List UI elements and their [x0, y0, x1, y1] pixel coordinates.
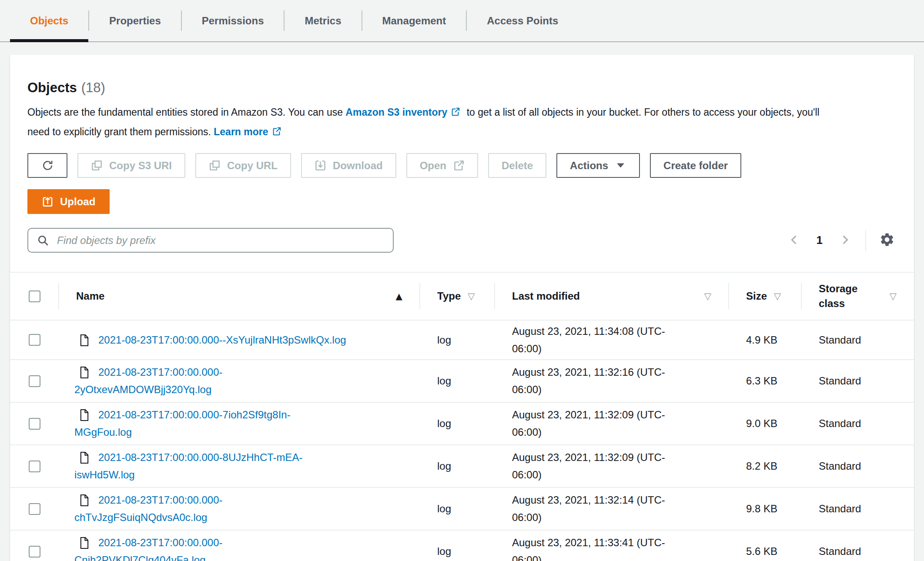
row-select-cell — [10, 360, 59, 402]
button-label: Actions — [570, 160, 608, 172]
panel-description: Objects are the fundamental entities sto… — [27, 103, 897, 142]
objects-table: Name ▲ Type ▽ Last modified ▽ Size ▽ Sto… — [10, 272, 914, 561]
row-checkbox[interactable] — [29, 375, 40, 387]
pager-divider — [865, 230, 866, 251]
row-size-cell: 9.0 KB — [729, 403, 801, 444]
row-checkbox[interactable] — [29, 334, 40, 346]
row-select-cell — [10, 321, 59, 359]
object-count: (18) — [81, 80, 105, 96]
copy-icon — [91, 160, 103, 171]
upload-label: Upload — [60, 196, 95, 208]
copy-s3-uri-button[interactable]: Copy S3 URI — [77, 153, 185, 178]
tab-label: Management — [382, 15, 446, 27]
inventory-link[interactable]: Amazon S3 inventory — [345, 107, 447, 118]
object-link[interactable]: 2021-08-23T17:00:00.000-8UJzHhCT-mEA- is… — [74, 449, 303, 484]
file-icon — [79, 494, 89, 507]
row-type-cell: log — [420, 488, 495, 530]
file-icon — [79, 451, 89, 464]
open-button[interactable]: Open — [406, 153, 478, 178]
row-storage-cell: Standard — [801, 403, 914, 444]
row-name-cell: 2021-08-23T17:00:00.000--XsYujlraNHt3pSw… — [59, 321, 420, 359]
row-checkbox[interactable] — [29, 546, 40, 558]
page-title: Objects — [27, 80, 77, 96]
header-size[interactable]: Size ▽ — [729, 273, 801, 320]
tab-permissions[interactable]: Permissions — [182, 0, 284, 41]
file-icon — [79, 334, 89, 347]
preferences-button[interactable] — [877, 231, 897, 250]
table-row: 2021-08-23T17:00:00.000--XsYujlraNHt3pSw… — [10, 320, 914, 359]
file-icon — [79, 366, 89, 379]
header-type[interactable]: Type ▽ — [420, 273, 495, 320]
header-last-modified[interactable]: Last modified ▽ — [495, 273, 729, 320]
button-label: Delete — [502, 160, 533, 172]
next-page-button[interactable] — [836, 231, 854, 250]
file-icon — [79, 537, 89, 549]
tab-metrics[interactable]: Metrics — [285, 0, 361, 41]
row-select-cell — [10, 403, 59, 444]
object-link[interactable]: 2021-08-23T17:00:00.000-7ioh2Sf9tg8In- M… — [74, 406, 291, 441]
object-link[interactable]: 2021-08-23T17:00:00.000- 2yOtxevAMDOWBjj… — [74, 364, 223, 398]
tab-label: Properties — [109, 15, 161, 27]
row-modified-cell: August 23, 2021, 11:32:14 (UTC- 06:00) — [495, 488, 729, 530]
external-link-icon — [451, 104, 460, 113]
objects-panel: Objects (18) Objects are the fundamental… — [10, 55, 914, 561]
tab-bar: ObjectsPropertiesPermissionsMetricsManag… — [0, 0, 924, 42]
refresh-button[interactable] — [27, 153, 67, 178]
tab-properties[interactable]: Properties — [89, 0, 181, 41]
row-storage-cell: Standard — [801, 321, 914, 359]
header-name[interactable]: Name ▲ — [59, 273, 420, 320]
header-storage-class[interactable]: Storage class ▽ — [801, 273, 914, 320]
object-link[interactable]: 2021-08-23T17:00:00.000--XsYujlraNHt3pSw… — [74, 331, 346, 349]
actions-button[interactable]: Actions — [556, 153, 640, 178]
toolbar: Copy S3 URICopy URLDownloadOpenDeleteAct… — [27, 153, 897, 178]
delete-button[interactable]: Delete — [488, 153, 546, 178]
button-label: Create folder — [663, 160, 728, 172]
row-name-cell: 2021-08-23T17:00:00.000- Cnih2PVKDl7Clg4… — [59, 531, 420, 561]
select-all-checkbox[interactable] — [29, 291, 40, 302]
tab-label: Access Points — [487, 15, 558, 27]
pagination: 1 — [785, 230, 897, 251]
current-page: 1 — [817, 234, 823, 247]
object-link[interactable]: 2021-08-23T17:00:00.000- Cnih2PVKDl7Clg4… — [74, 534, 223, 561]
row-checkbox[interactable] — [29, 418, 40, 430]
row-storage-cell: Standard — [801, 445, 914, 487]
row-storage-cell: Standard — [801, 360, 914, 402]
search-icon — [37, 234, 49, 247]
row-name-cell: 2021-08-23T17:00:00.000-8UJzHhCT-mEA- is… — [59, 445, 420, 487]
sort-ascending-icon: ▲ — [396, 292, 402, 301]
row-size-cell: 4.9 KB — [729, 321, 801, 359]
row-modified-cell: August 23, 2021, 11:33:41 (UTC- 06:00) — [495, 531, 729, 561]
upload-button[interactable]: Upload — [27, 189, 110, 214]
tab-objects[interactable]: Objects — [10, 0, 88, 41]
row-name-cell: 2021-08-23T17:00:00.000-7ioh2Sf9tg8In- M… — [59, 403, 420, 444]
caret-down-icon — [615, 160, 626, 171]
tab-label: Objects — [30, 15, 68, 27]
external-link-icon — [453, 160, 465, 171]
table-row: 2021-08-23T17:00:00.000- 2yOtxevAMDOWBjj… — [10, 359, 914, 402]
sort-icon: ▽ — [704, 292, 711, 301]
row-select-cell — [10, 531, 59, 561]
chevron-right-icon — [839, 234, 851, 247]
search-input[interactable] — [56, 234, 384, 247]
row-select-cell — [10, 488, 59, 530]
copy-url-button[interactable]: Copy URL — [195, 153, 291, 178]
row-size-cell: 9.8 KB — [729, 488, 801, 530]
button-label: Copy URL — [227, 160, 278, 172]
row-storage-cell: Standard — [801, 488, 914, 530]
previous-page-button[interactable] — [785, 231, 803, 250]
row-checkbox[interactable] — [29, 503, 40, 515]
gear-icon — [879, 232, 895, 249]
tab-management[interactable]: Management — [362, 0, 466, 41]
button-label: Copy S3 URI — [109, 160, 172, 172]
tab-access-points[interactable]: Access Points — [467, 0, 578, 41]
download-button[interactable]: Download — [301, 153, 396, 178]
controls-row: 1 — [27, 228, 897, 253]
row-checkbox[interactable] — [29, 461, 40, 472]
external-link-icon — [272, 123, 281, 133]
sort-icon: ▽ — [468, 292, 475, 301]
table-row: 2021-08-23T17:00:00.000- Cnih2PVKDl7Clg4… — [10, 530, 914, 561]
learn-more-link[interactable]: Learn more — [214, 126, 268, 137]
object-link[interactable]: 2021-08-23T17:00:00.000- chTvJzgFSuiqNQd… — [74, 491, 223, 526]
create-folder-button[interactable]: Create folder — [650, 153, 741, 178]
chevron-left-icon — [788, 234, 800, 247]
